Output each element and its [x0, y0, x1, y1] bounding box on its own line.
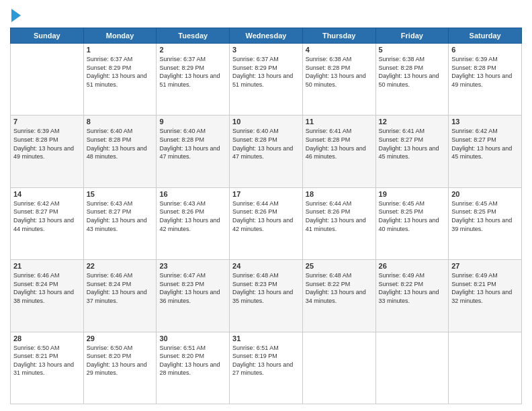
day-number: 19 — [379, 190, 446, 198]
day-info: Sunrise: 6:48 AMSunset: 8:23 PMDaylight:… — [232, 271, 300, 305]
calendar-cell: 14Sunrise: 6:42 AMSunset: 8:27 PMDayligh… — [11, 187, 84, 259]
day-info: Sunrise: 6:42 AMSunset: 8:27 PMDaylight:… — [13, 199, 81, 233]
day-number: 12 — [379, 118, 446, 126]
day-info: Sunrise: 6:40 AMSunset: 8:28 PMDaylight:… — [87, 127, 154, 161]
calendar-cell: 12Sunrise: 6:41 AMSunset: 8:27 PMDayligh… — [375, 116, 449, 187]
weekday-header-saturday: Saturday — [449, 28, 522, 44]
calendar-cell: 2Sunrise: 6:37 AMSunset: 8:29 PMDaylight… — [157, 44, 230, 116]
day-info: Sunrise: 6:45 AMSunset: 8:25 PMDaylight:… — [379, 199, 446, 233]
day-number: 2 — [159, 46, 226, 54]
logo — [10, 10, 21, 22]
day-number: 31 — [232, 334, 300, 342]
day-info: Sunrise: 6:50 AMSunset: 8:20 PMDaylight:… — [87, 344, 154, 377]
day-number: 26 — [379, 262, 446, 270]
calendar-week-row: 21Sunrise: 6:46 AMSunset: 8:24 PMDayligh… — [11, 260, 522, 332]
weekday-header-monday: Monday — [83, 28, 157, 44]
calendar-cell: 7Sunrise: 6:39 AMSunset: 8:28 PMDaylight… — [11, 116, 84, 187]
day-info: Sunrise: 6:38 AMSunset: 8:28 PMDaylight:… — [379, 55, 446, 89]
calendar-cell — [11, 44, 84, 116]
day-info: Sunrise: 6:38 AMSunset: 8:28 PMDaylight:… — [306, 55, 373, 89]
calendar-cell: 4Sunrise: 6:38 AMSunset: 8:28 PMDaylight… — [302, 44, 375, 116]
calendar-cell: 19Sunrise: 6:45 AMSunset: 8:25 PMDayligh… — [375, 187, 449, 259]
day-info: Sunrise: 6:50 AMSunset: 8:21 PMDaylight:… — [13, 344, 81, 377]
calendar-week-row: 7Sunrise: 6:39 AMSunset: 8:28 PMDaylight… — [11, 116, 522, 187]
calendar-cell: 1Sunrise: 6:37 AMSunset: 8:29 PMDaylight… — [83, 44, 157, 116]
day-info: Sunrise: 6:43 AMSunset: 8:27 PMDaylight:… — [87, 199, 154, 233]
calendar-week-row: 14Sunrise: 6:42 AMSunset: 8:27 PMDayligh… — [11, 187, 522, 259]
calendar-cell: 11Sunrise: 6:41 AMSunset: 8:28 PMDayligh… — [302, 116, 375, 187]
calendar-cell: 23Sunrise: 6:47 AMSunset: 8:23 PMDayligh… — [157, 260, 230, 332]
day-number: 17 — [232, 190, 300, 198]
weekday-header-thursday: Thursday — [302, 28, 375, 44]
day-info: Sunrise: 6:46 AMSunset: 8:24 PMDaylight:… — [13, 271, 81, 305]
day-info: Sunrise: 6:37 AMSunset: 8:29 PMDaylight:… — [159, 55, 226, 89]
calendar-cell: 13Sunrise: 6:42 AMSunset: 8:27 PMDayligh… — [449, 116, 522, 187]
day-number: 6 — [451, 46, 519, 54]
day-info: Sunrise: 6:49 AMSunset: 8:22 PMDaylight:… — [379, 271, 446, 305]
page: SundayMondayTuesdayWednesdayThursdayFrid… — [0, 0, 532, 411]
day-number: 5 — [379, 46, 446, 54]
calendar-cell: 3Sunrise: 6:37 AMSunset: 8:29 PMDaylight… — [230, 44, 303, 116]
day-number: 8 — [87, 118, 154, 126]
day-number: 29 — [87, 334, 154, 342]
calendar-cell: 17Sunrise: 6:44 AMSunset: 8:26 PMDayligh… — [230, 187, 303, 259]
day-number: 25 — [306, 262, 373, 270]
calendar-cell: 10Sunrise: 6:40 AMSunset: 8:28 PMDayligh… — [230, 116, 303, 187]
calendar-cell: 6Sunrise: 6:39 AMSunset: 8:28 PMDaylight… — [449, 44, 522, 116]
calendar-cell: 20Sunrise: 6:45 AMSunset: 8:25 PMDayligh… — [449, 187, 522, 259]
day-info: Sunrise: 6:40 AMSunset: 8:28 PMDaylight:… — [232, 127, 300, 161]
day-number: 13 — [451, 118, 519, 126]
day-number: 20 — [451, 190, 519, 198]
weekday-header-row: SundayMondayTuesdayWednesdayThursdayFrid… — [11, 28, 522, 44]
calendar-week-row: 28Sunrise: 6:50 AMSunset: 8:21 PMDayligh… — [11, 332, 522, 404]
day-info: Sunrise: 6:41 AMSunset: 8:28 PMDaylight:… — [306, 127, 373, 161]
calendar-cell: 22Sunrise: 6:46 AMSunset: 8:24 PMDayligh… — [83, 260, 157, 332]
calendar-cell: 27Sunrise: 6:49 AMSunset: 8:21 PMDayligh… — [449, 260, 522, 332]
day-info: Sunrise: 6:49 AMSunset: 8:21 PMDaylight:… — [451, 271, 519, 305]
calendar-cell: 26Sunrise: 6:49 AMSunset: 8:22 PMDayligh… — [375, 260, 449, 332]
day-number: 7 — [13, 118, 81, 126]
calendar-cell — [302, 332, 375, 404]
day-info: Sunrise: 6:45 AMSunset: 8:25 PMDaylight:… — [451, 199, 519, 233]
calendar-table: SundayMondayTuesdayWednesdayThursdayFrid… — [10, 28, 522, 404]
day-number: 10 — [232, 118, 300, 126]
day-number: 1 — [87, 46, 154, 54]
day-number: 30 — [159, 334, 226, 342]
day-info: Sunrise: 6:46 AMSunset: 8:24 PMDaylight:… — [87, 271, 154, 305]
calendar-week-row: 1Sunrise: 6:37 AMSunset: 8:29 PMDaylight… — [11, 44, 522, 116]
header — [10, 10, 522, 22]
day-number: 28 — [13, 334, 81, 342]
day-number: 16 — [159, 190, 226, 198]
calendar-cell: 28Sunrise: 6:50 AMSunset: 8:21 PMDayligh… — [11, 332, 84, 404]
calendar-cell: 31Sunrise: 6:51 AMSunset: 8:19 PMDayligh… — [230, 332, 303, 404]
day-info: Sunrise: 6:42 AMSunset: 8:27 PMDaylight:… — [451, 127, 519, 161]
logo-arrow-icon — [11, 9, 21, 22]
day-info: Sunrise: 6:39 AMSunset: 8:28 PMDaylight:… — [451, 55, 519, 89]
calendar-cell: 15Sunrise: 6:43 AMSunset: 8:27 PMDayligh… — [83, 187, 157, 259]
calendar-cell: 18Sunrise: 6:44 AMSunset: 8:26 PMDayligh… — [302, 187, 375, 259]
day-number: 21 — [13, 262, 81, 270]
day-info: Sunrise: 6:39 AMSunset: 8:28 PMDaylight:… — [13, 127, 81, 161]
calendar-cell: 8Sunrise: 6:40 AMSunset: 8:28 PMDaylight… — [83, 116, 157, 187]
day-number: 14 — [13, 190, 81, 198]
day-info: Sunrise: 6:41 AMSunset: 8:27 PMDaylight:… — [379, 127, 446, 161]
weekday-header-friday: Friday — [375, 28, 449, 44]
calendar-cell: 30Sunrise: 6:51 AMSunset: 8:20 PMDayligh… — [157, 332, 230, 404]
calendar-cell: 5Sunrise: 6:38 AMSunset: 8:28 PMDaylight… — [375, 44, 449, 116]
calendar-cell — [375, 332, 449, 404]
day-number: 27 — [451, 262, 519, 270]
day-number: 4 — [306, 46, 373, 54]
day-info: Sunrise: 6:37 AMSunset: 8:29 PMDaylight:… — [232, 55, 300, 89]
day-info: Sunrise: 6:44 AMSunset: 8:26 PMDaylight:… — [306, 199, 373, 233]
calendar-cell — [449, 332, 522, 404]
day-info: Sunrise: 6:51 AMSunset: 8:20 PMDaylight:… — [159, 344, 226, 377]
day-info: Sunrise: 6:37 AMSunset: 8:29 PMDaylight:… — [87, 55, 154, 89]
day-number: 18 — [306, 190, 373, 198]
day-info: Sunrise: 6:43 AMSunset: 8:26 PMDaylight:… — [159, 199, 226, 233]
day-info: Sunrise: 6:51 AMSunset: 8:19 PMDaylight:… — [232, 344, 300, 377]
day-number: 22 — [87, 262, 154, 270]
calendar-cell: 9Sunrise: 6:40 AMSunset: 8:28 PMDaylight… — [157, 116, 230, 187]
calendar-cell: 24Sunrise: 6:48 AMSunset: 8:23 PMDayligh… — [230, 260, 303, 332]
weekday-header-wednesday: Wednesday — [230, 28, 303, 44]
weekday-header-sunday: Sunday — [11, 28, 84, 44]
